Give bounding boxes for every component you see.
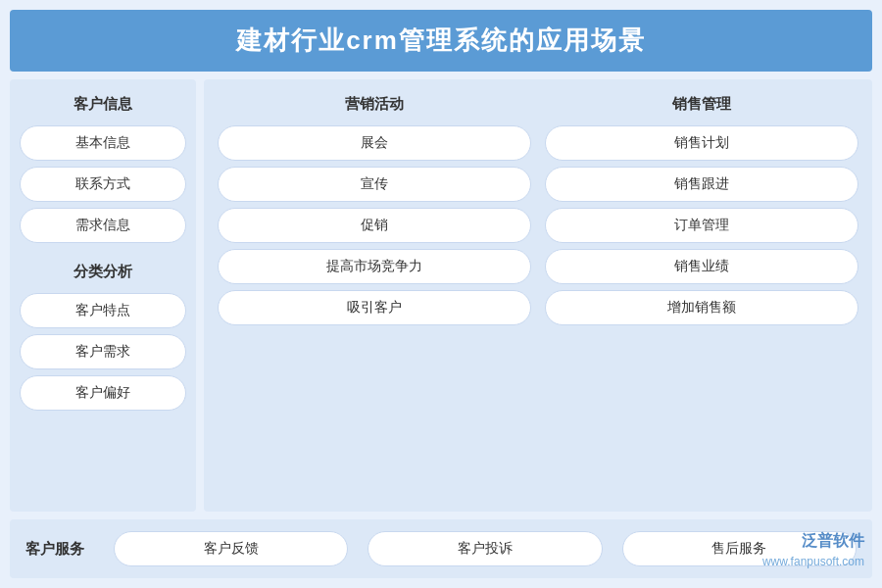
list-item[interactable]: 销售业绩: [545, 249, 858, 284]
marketing-header: 营销活动: [218, 91, 531, 120]
list-item[interactable]: 客户反馈: [114, 531, 348, 566]
left-panel: 客户信息 基本信息 联系方式 需求信息 分类分析 客户特点 客户需求 客户偏好: [10, 79, 196, 512]
page-title: 建材行业crm管理系统的应用场景: [10, 10, 872, 72]
list-item[interactable]: 客户偏好: [20, 375, 186, 411]
main-content: 客户信息 基本信息 联系方式 需求信息 分类分析 客户特点 客户需求 客户偏好 …: [10, 79, 872, 512]
section2-header: 分类分析: [20, 259, 186, 287]
right-panel: 营销活动 展会 宣传 促销 提高市场竞争力 吸引客户 销售管理 销售计划 销售跟…: [204, 79, 872, 512]
customer-service-label: 客户服务: [25, 540, 84, 559]
watermark-logo: 泛普软件: [762, 529, 864, 553]
list-item[interactable]: 联系方式: [20, 167, 186, 202]
marketing-column: 营销活动 展会 宣传 促销 提高市场竞争力 吸引客户: [218, 91, 531, 500]
bottom-bar: 客户服务 客户反馈 客户投诉 售后服务: [10, 519, 872, 578]
list-item[interactable]: 客户需求: [20, 334, 186, 369]
list-item[interactable]: 客户投诉: [368, 531, 602, 566]
list-item[interactable]: 销售跟进: [545, 167, 858, 202]
list-item[interactable]: 提高市场竞争力: [218, 249, 531, 284]
list-item[interactable]: 销售计划: [545, 125, 858, 161]
list-item[interactable]: 需求信息: [20, 208, 186, 243]
list-item[interactable]: 展会: [218, 125, 531, 161]
section1-header: 客户信息: [20, 91, 186, 120]
list-item[interactable]: 增加销售额: [545, 290, 858, 325]
watermark-url: www.fanpusoft.com: [762, 553, 864, 570]
page-wrapper: 建材行业crm管理系统的应用场景 客户信息 基本信息 联系方式 需求信息 分类分…: [0, 0, 882, 588]
sales-header: 销售管理: [545, 91, 858, 120]
sales-column: 销售管理 销售计划 销售跟进 订单管理 销售业绩 增加销售额: [545, 91, 858, 500]
list-item[interactable]: 宣传: [218, 167, 531, 202]
list-item[interactable]: 客户特点: [20, 293, 186, 328]
watermark: 泛普软件 www.fanpusoft.com: [762, 529, 864, 570]
list-item[interactable]: 促销: [218, 208, 531, 243]
list-item[interactable]: 吸引客户: [218, 290, 531, 325]
list-item[interactable]: 基本信息: [20, 125, 186, 161]
list-item[interactable]: 订单管理: [545, 208, 858, 243]
